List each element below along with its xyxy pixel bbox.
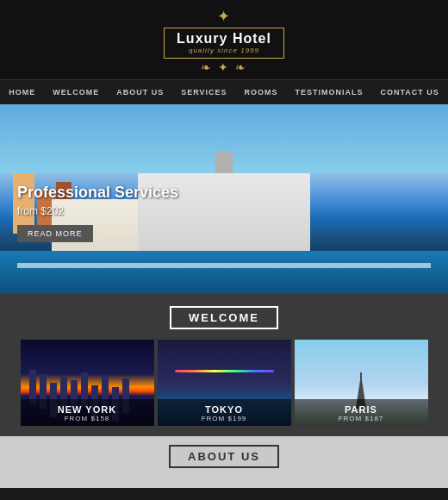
main-nav: HOME WELCOME ABOUT US SERVICES ROOMS TES… bbox=[0, 80, 448, 104]
city-card-paris[interactable]: PARIS FROM $187 bbox=[295, 340, 428, 426]
city-card-tokyo[interactable]: TOKYO FROM $199 bbox=[158, 340, 291, 426]
city-card-new-york[interactable]: NEW YORK FROM $158 bbox=[21, 340, 154, 426]
nav-contact[interactable]: CONTACT US bbox=[372, 80, 448, 104]
city-paris-price: FROM $187 bbox=[300, 415, 423, 422]
nav-welcome[interactable]: WELCOME bbox=[44, 80, 108, 104]
nav-services[interactable]: SERVICES bbox=[172, 80, 235, 104]
logo-container: Luxury Hotel quality since 1999 bbox=[164, 28, 284, 59]
city-paris-name: PARIS bbox=[300, 404, 423, 415]
city-ny-price: FROM $158 bbox=[26, 415, 149, 422]
hero-title: Professional Services bbox=[17, 184, 178, 202]
city-ny-name: NEW YORK bbox=[26, 404, 149, 415]
pool-reflection bbox=[17, 263, 431, 268]
read-more-button[interactable]: READ MORE bbox=[17, 225, 93, 242]
nav-home[interactable]: HOME bbox=[0, 80, 44, 104]
hero-content: Professional Services from $202 READ MOR… bbox=[17, 184, 178, 242]
hero-pool bbox=[0, 251, 448, 294]
city-paris-overlay: PARIS FROM $187 bbox=[295, 399, 428, 426]
city-cards-container: NEW YORK FROM $158 TOKYO FROM $199 PARIS… bbox=[0, 340, 448, 436]
welcome-title: WELCOME bbox=[170, 306, 278, 329]
logo-ornament-top: ✦ bbox=[0, 7, 448, 26]
city-tokyo-price: FROM $199 bbox=[163, 415, 286, 422]
nav-about[interactable]: ABOUT US bbox=[108, 80, 172, 104]
city-tokyo-overlay: TOKYO FROM $199 bbox=[158, 399, 291, 426]
nav-testimonials[interactable]: TESTIMONIALS bbox=[287, 80, 372, 104]
about-title: ABOUT US bbox=[169, 445, 279, 468]
logo-ornament-bottom: ❧ ✦ ❧ bbox=[0, 60, 448, 74]
logo-subtitle: quality since 1999 bbox=[177, 47, 271, 54]
city-ny-overlay: NEW YORK FROM $158 bbox=[21, 399, 154, 426]
logo-title: Luxury Hotel bbox=[177, 31, 271, 47]
hero-section: Professional Services from $202 READ MOR… bbox=[0, 104, 448, 294]
about-section: ABOUT US bbox=[0, 436, 448, 488]
site-header: ✦ Luxury Hotel quality since 1999 ❧ ✦ ❧ bbox=[0, 0, 448, 80]
city-tokyo-name: TOKYO bbox=[163, 404, 286, 415]
nav-rooms[interactable]: ROOMS bbox=[236, 80, 287, 104]
welcome-section: WELCOME bbox=[0, 294, 448, 340]
hero-price: from $202 bbox=[17, 205, 178, 217]
